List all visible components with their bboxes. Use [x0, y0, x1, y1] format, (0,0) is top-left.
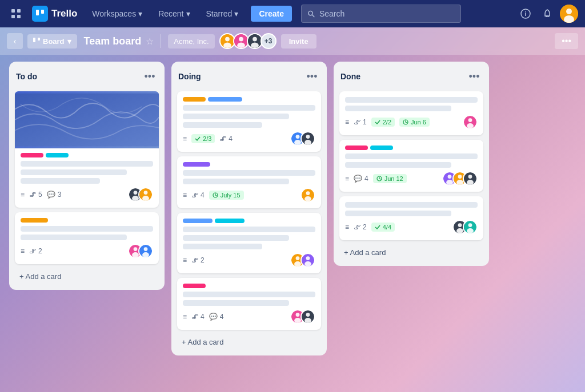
- column-done-menu[interactable]: •••: [466, 68, 482, 84]
- board-star-button[interactable]: ☆: [146, 36, 154, 47]
- card-footer: ≡ 🖇 1 2/2 Jun 6: [345, 115, 478, 130]
- add-card-todo[interactable]: + Add a card: [15, 269, 159, 284]
- member-count[interactable]: +3: [261, 33, 277, 49]
- label-blue: [183, 219, 213, 223]
- svg-point-39: [142, 252, 149, 257]
- card-labels: [183, 97, 315, 102]
- column-todo-title: To do: [16, 72, 37, 81]
- card-text-line: [21, 235, 127, 240]
- collapse-sidebar-button[interactable]: ‹: [7, 33, 23, 49]
- lines-icon: ≡: [183, 313, 187, 321]
- trello-logo-text: Trello: [51, 8, 77, 19]
- add-card-doing[interactable]: + Add a card: [177, 334, 321, 350]
- svg-point-23: [237, 43, 245, 49]
- label-pink: [345, 146, 368, 150]
- card-footer: ≡ 🖇 5 💬 3: [21, 187, 153, 202]
- card-meta-lines: ≡: [345, 223, 349, 231]
- workspaces-menu[interactable]: Workspaces ▾: [86, 6, 148, 22]
- card-text-line: [183, 227, 315, 232]
- card-avatar: [300, 188, 315, 203]
- label-yellow: [183, 97, 206, 102]
- card-meta-lines: ≡: [183, 135, 187, 143]
- card-text-line: [21, 161, 153, 167]
- search-bar[interactable]: [301, 5, 461, 23]
- svg-point-26: [251, 43, 259, 49]
- card-doing-4[interactable]: ≡ 🖇 4 💬 4: [177, 278, 321, 330]
- svg-point-61: [304, 318, 311, 323]
- card-meta-attachments: 🖇 4: [191, 191, 205, 199]
- card-done-3[interactable]: ≡ 🖇 2 4/4: [339, 196, 483, 240]
- board-more-button[interactable]: •••: [555, 33, 578, 49]
- card-todo-1[interactable]: ≡ 🖇 5 💬 3: [15, 91, 159, 208]
- lines-icon: ≡: [21, 247, 25, 255]
- card-text-line: [183, 292, 315, 297]
- trello-logo[interactable]: Trello: [32, 6, 77, 22]
- search-input[interactable]: [319, 9, 455, 18]
- column-todo-menu[interactable]: •••: [142, 68, 158, 84]
- card-avatar: [138, 244, 153, 258]
- column-done: Done ••• ≡ 🖇 1 2/2 Ju: [334, 62, 489, 266]
- card-done-2[interactable]: ≡ 💬 4 Jun 12: [339, 140, 483, 192]
- board-header: ‹ Board ▾ Team board ☆ Acme, Inc. +3 Inv…: [0, 27, 585, 55]
- card-cover: [15, 91, 159, 148]
- card-todo-2[interactable]: ≡ 🖇 2: [15, 212, 159, 264]
- svg-point-77: [458, 223, 462, 227]
- create-button[interactable]: Create: [251, 6, 292, 22]
- navbar: Trello Workspaces ▾ Recent ▾ Starred ▾ C…: [0, 0, 585, 27]
- card-checklist-badge: 4/4: [371, 223, 395, 232]
- attachment-icon: 🖇: [29, 247, 36, 255]
- card-text-line: [183, 122, 262, 128]
- board-view-selector[interactable]: Board ▾: [27, 34, 77, 49]
- label-yellow: [21, 218, 48, 223]
- svg-point-80: [468, 223, 472, 227]
- card-text-line: [183, 235, 289, 241]
- svg-point-38: [144, 247, 148, 251]
- card-avatars: [452, 220, 478, 235]
- card-text-line: [183, 114, 289, 119]
- search-icon: [307, 10, 315, 18]
- card-doing-2[interactable]: ≡ 🖇 4 July 15: [177, 156, 321, 208]
- card-footer: ≡ 🖇 2: [21, 244, 153, 258]
- svg-point-48: [306, 191, 310, 195]
- starred-menu[interactable]: Starred ▾: [201, 6, 245, 22]
- card-avatar: [463, 171, 478, 186]
- card-meta-attachments: 🖇 4: [219, 135, 233, 143]
- svg-point-20: [223, 43, 231, 49]
- info-button[interactable]: i: [516, 5, 535, 23]
- svg-point-52: [294, 261, 301, 266]
- svg-point-65: [467, 123, 474, 128]
- lines-icon: ≡: [345, 223, 349, 231]
- svg-point-32: [144, 191, 148, 195]
- card-done-1[interactable]: ≡ 🖇 1 2/2 Jun 6: [339, 91, 483, 135]
- label-cyan: [215, 219, 245, 223]
- card-text-line: [345, 106, 451, 111]
- notifications-button[interactable]: [538, 5, 556, 23]
- svg-point-75: [467, 180, 474, 185]
- column-doing-menu[interactable]: •••: [304, 68, 320, 84]
- card-meta-comments: 💬 3: [47, 191, 62, 199]
- add-card-done[interactable]: + Add a card: [339, 245, 483, 260]
- grid-icon[interactable]: [7, 5, 25, 23]
- user-avatar[interactable]: [560, 5, 578, 23]
- card-avatars: [300, 188, 315, 203]
- card-footer: ≡ 🖇 4 July 15: [183, 188, 315, 203]
- card-date-badge: Jun 12: [373, 174, 407, 183]
- card-avatar: [463, 115, 478, 130]
- card-doing-1[interactable]: ≡ 2/3 🖇 4: [177, 91, 321, 152]
- svg-point-6: [308, 11, 312, 15]
- lines-icon: ≡: [21, 191, 25, 199]
- card-text-line: [21, 169, 127, 175]
- invite-button[interactable]: Invite: [281, 34, 316, 49]
- svg-point-81: [467, 228, 474, 233]
- card-avatar: [300, 253, 315, 268]
- column-done-header: Done •••: [339, 67, 483, 87]
- card-footer: ≡ 🖇 2: [183, 253, 315, 268]
- workspace-selector[interactable]: Acme, Inc.: [168, 34, 214, 49]
- recent-menu[interactable]: Recent ▾: [153, 6, 195, 22]
- card-text-line: [345, 211, 451, 216]
- attachment-icon: 🖇: [191, 313, 198, 321]
- svg-rect-0: [11, 9, 15, 13]
- svg-point-44: [306, 135, 310, 139]
- card-meta-lines: ≡: [21, 191, 25, 199]
- card-doing-3[interactable]: ≡ 🖇 2: [177, 213, 321, 273]
